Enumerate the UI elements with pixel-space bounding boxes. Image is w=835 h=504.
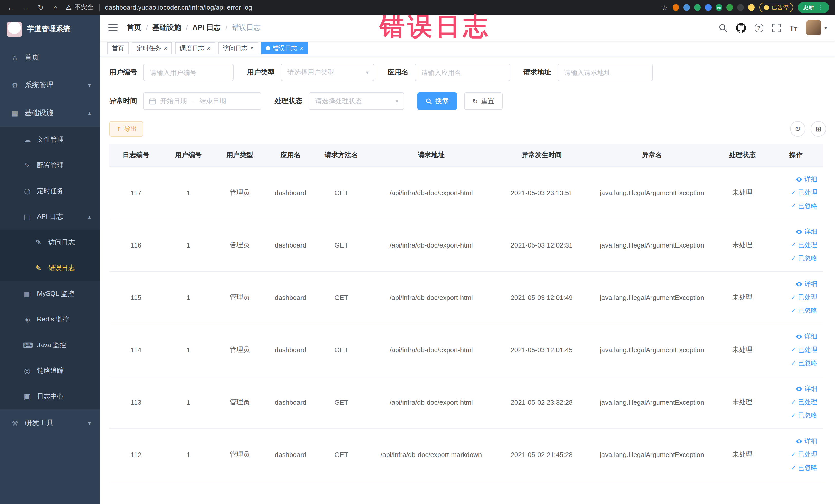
detail-link[interactable]: 详细 (769, 277, 817, 291)
cell-id: 116 (109, 219, 163, 271)
column-header: 处理状态 (716, 144, 769, 166)
sidebar-item-dev-tools[interactable]: ⚒研发工具▾ (0, 409, 100, 437)
cell-exception: java.lang.IllegalArgumentException (588, 376, 716, 428)
tab-cron-job[interactable]: 定时任务× (132, 42, 172, 55)
cell-user_id: 1 (163, 428, 214, 481)
site-security[interactable]: ⚠ 不安全 (66, 3, 93, 12)
logo-image (7, 22, 22, 37)
close-icon[interactable]: × (300, 45, 303, 52)
sidebar-item-home[interactable]: ⌂首页 (0, 44, 100, 72)
detail-link[interactable]: 详细 (769, 435, 817, 448)
mark-processed-link[interactable]: ✓已处理 (769, 396, 817, 409)
mark-processed-link[interactable]: ✓已处理 (769, 186, 817, 199)
profile-icon[interactable] (748, 4, 755, 11)
request-url-input[interactable] (557, 64, 653, 81)
reset-button[interactable]: ↻ 重置 (464, 93, 503, 110)
mark-processed-link[interactable]: ✓已处理 (769, 238, 817, 251)
detail-link[interactable]: 详细 (769, 225, 817, 238)
mark-ignored-link[interactable]: ✓已忽略 (769, 199, 817, 213)
github-icon[interactable] (736, 23, 746, 33)
extension-icon[interactable] (737, 4, 744, 11)
sidebar-item-file-mgmt[interactable]: ☁文件管理 (0, 127, 100, 153)
close-icon[interactable]: × (164, 45, 167, 52)
update-button[interactable]: 更新 ⋮ (798, 2, 829, 13)
mark-ignored-link[interactable]: ✓已忽略 (769, 251, 817, 265)
chevron-down-icon: ▾ (366, 69, 369, 76)
mark-ignored-link[interactable]: ✓已忽略 (769, 461, 817, 475)
table-header-row: 日志编号用户编号用户类型应用名请求方法名请求地址异常发生时间异常名处理状态操作 (109, 144, 823, 166)
font-size-icon[interactable]: TT (789, 23, 797, 32)
search-icon[interactable] (718, 23, 727, 32)
tab-access-log[interactable]: 访问日志× (218, 42, 258, 55)
fullscreen-icon[interactable] (772, 23, 780, 32)
mark-processed-link[interactable]: ✓已处理 (769, 343, 817, 356)
sidebar-item-java-monitor[interactable]: ⌨Java 监控 (0, 332, 100, 358)
sidebar-item-config-mgmt[interactable]: ✎配置管理 (0, 153, 100, 178)
refresh-table-icon[interactable]: ↻ (790, 121, 806, 137)
hamburger-icon[interactable] (108, 24, 118, 31)
reload-icon[interactable]: ↻ (36, 3, 45, 12)
mark-processed-link[interactable]: ✓已处理 (769, 448, 817, 461)
paused-badge[interactable]: 已暂停 (759, 3, 793, 12)
extension-icon[interactable] (683, 4, 690, 11)
date-range-picker[interactable]: 开始日期 - 结束日期 (143, 93, 261, 110)
close-icon[interactable]: × (250, 45, 253, 52)
address-bar[interactable]: dashboard.yudao.iocoder.cn/infra/log/api… (105, 4, 252, 11)
extension-icon[interactable]: on (716, 4, 722, 11)
tab-home[interactable]: 首页 (107, 42, 129, 55)
detail-link[interactable]: 详细 (769, 330, 817, 343)
bookmark-star-icon[interactable]: ☆ (661, 3, 668, 12)
close-icon[interactable]: × (207, 45, 210, 52)
export-button[interactable]: ↥ 导出 (109, 121, 143, 137)
detail-link[interactable]: 详细 (769, 173, 817, 186)
sidebar-item-redis-monitor[interactable]: ◈Redis 监控 (0, 306, 100, 332)
app-name-input[interactable] (414, 64, 510, 81)
filter-user-id: 用户编号 (109, 64, 233, 81)
sidebar-item-api-log[interactable]: ▤API 日志▴ (0, 204, 100, 229)
breadcrumb-item[interactable]: 首页 (127, 23, 141, 32)
kebab-menu-icon[interactable]: ⋮ (818, 4, 824, 11)
end-date-placeholder: 结束日期 (200, 97, 226, 106)
home-icon[interactable]: ⌂ (51, 3, 60, 12)
sidebar-item-infrastructure[interactable]: ▦基础设施▴ (0, 99, 100, 127)
column-settings-icon[interactable]: ⊞ (811, 121, 826, 137)
extensions-area: on (673, 4, 755, 11)
tab-error-log[interactable]: 错误日志× (261, 42, 308, 55)
search-button[interactable]: 搜索 (418, 93, 457, 110)
redis-icon: ◈ (23, 315, 32, 323)
back-icon[interactable]: ← (6, 3, 15, 12)
user-id-input[interactable] (143, 64, 233, 81)
check-icon: ✓ (791, 396, 796, 409)
process-status-select[interactable]: 请选择处理状态 ▾ (308, 93, 404, 110)
mark-ignored-link[interactable]: ✓已忽略 (769, 304, 817, 317)
extension-icon[interactable] (694, 4, 701, 11)
sidebar-logo[interactable]: 芋道管理系统 (0, 15, 100, 44)
sidebar-item-trace[interactable]: ◎链路追踪 (0, 358, 100, 384)
mark-processed-link[interactable]: ✓已处理 (769, 291, 817, 304)
mark-ignored-link[interactable]: ✓已忽略 (769, 356, 817, 370)
sidebar-item-mysql-monitor[interactable]: ▥MySQL 监控 (0, 281, 100, 306)
tab-schedule-log[interactable]: 调度日志× (175, 42, 215, 55)
sidebar-item-log-center[interactable]: ▣日志中心 (0, 384, 100, 409)
help-icon[interactable]: ? (754, 23, 763, 32)
sidebar: 芋道管理系统 ⌂首页⚙系统管理▾▦基础设施▴☁文件管理✎配置管理◷定时任务▤AP… (0, 15, 100, 504)
user-menu[interactable]: ▾ (806, 20, 827, 36)
user-type-select[interactable]: 请选择用户类型 ▾ (281, 64, 374, 81)
extension-icon[interactable] (705, 4, 712, 11)
mark-ignored-link[interactable]: ✓已忽略 (769, 409, 817, 422)
filter-exception-time: 异常时间 开始日期 - 结束日期 (109, 93, 261, 110)
sidebar-item-error-log[interactable]: ✎错误日志 (0, 255, 100, 281)
cell-actions: 详细✓已处理✓已忽略 (769, 219, 823, 271)
extension-icon[interactable] (673, 4, 679, 11)
breadcrumb-item[interactable]: 基础设施 (152, 23, 181, 32)
divider (99, 4, 99, 11)
sidebar-item-access-log[interactable]: ✎访问日志 (0, 229, 100, 255)
forward-icon[interactable]: → (21, 3, 30, 12)
breadcrumb-item[interactable]: API 日志 (192, 23, 221, 32)
column-header: 用户类型 (214, 144, 265, 166)
detail-link[interactable]: 详细 (769, 382, 817, 396)
sidebar-item-cron-job[interactable]: ◷定时任务 (0, 178, 100, 204)
extension-icon[interactable] (727, 4, 733, 11)
column-header: 用户编号 (163, 144, 214, 166)
sidebar-item-system-mgmt[interactable]: ⚙系统管理▾ (0, 72, 100, 99)
